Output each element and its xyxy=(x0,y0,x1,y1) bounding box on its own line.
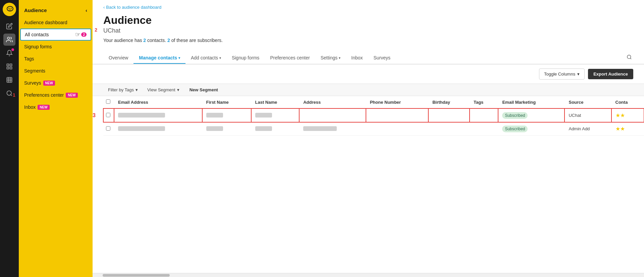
sidebar-item-preferences-center[interactable]: Preferences center New 1 xyxy=(19,89,93,101)
all-contacts-count-badge: 2 xyxy=(81,33,87,37)
contacts-table: Email Address First Name Last Name Addre… xyxy=(103,96,644,136)
svg-point-5 xyxy=(7,37,10,40)
svg-point-17 xyxy=(627,55,631,59)
page-header: Audience UChat Your audience has 2 conta… xyxy=(93,11,644,43)
row2-firstname-blurred xyxy=(206,126,223,131)
tab-surveys[interactable]: Surveys xyxy=(368,52,396,64)
back-chevron-icon: ‹ xyxy=(103,5,105,10)
row2-subscribed-badge: Subscribed xyxy=(502,126,528,132)
preferences-new-badge: New xyxy=(66,93,77,98)
back-to-dashboard-link[interactable]: ‹ Back to audience dashboard xyxy=(93,0,644,11)
inbox-new-badge: New xyxy=(38,105,49,110)
filter-tags-chevron-icon: ▾ xyxy=(136,87,138,92)
bell-badge xyxy=(11,48,14,51)
row2-star-rating: ★★ xyxy=(615,126,625,132)
row2-email xyxy=(114,122,202,136)
row1-firstname-blurred xyxy=(206,113,223,118)
row1-last-name xyxy=(251,108,300,122)
row2-email-blurred xyxy=(118,126,165,131)
sidebar-item-inbox[interactable]: Inbox New xyxy=(19,101,93,113)
filter-by-tags-button[interactable]: Filter by Tags ▾ xyxy=(103,84,143,96)
row2-source: Admin Add xyxy=(565,122,611,136)
tabs-bar: Overview Manage contacts ▾ Add contacts … xyxy=(93,46,644,64)
tab-overview[interactable]: Overview xyxy=(103,52,133,64)
sidebar-item-surveys[interactable]: Surveys New xyxy=(19,77,93,89)
add-contacts-chevron-icon: ▾ xyxy=(219,56,221,60)
annotation-1: 1 xyxy=(13,92,15,98)
svg-rect-10 xyxy=(7,78,12,83)
export-audience-button[interactable]: Export Audience xyxy=(588,69,633,79)
contacts-nav-icon[interactable] xyxy=(3,34,15,46)
sidebar-item-segments[interactable]: Segments xyxy=(19,65,93,77)
row1-lastname-blurred xyxy=(255,113,272,118)
svg-line-16 xyxy=(11,95,12,96)
select-all-checkbox-header[interactable] xyxy=(103,96,114,108)
horizontal-scrollbar[interactable] xyxy=(93,273,644,277)
select-all-checkbox[interactable] xyxy=(106,99,110,104)
toggle-cols-chevron-icon: ▾ xyxy=(577,72,580,77)
row1-birthday xyxy=(428,108,470,122)
col-conta: Conta xyxy=(611,96,644,108)
row1-email-blurred xyxy=(118,113,165,118)
row2-rating: ★★ xyxy=(611,122,644,136)
row1-checkbox[interactable] xyxy=(106,113,110,117)
row1-email xyxy=(114,108,202,122)
table-row[interactable]: 3 Subscribed xyxy=(103,108,644,122)
table-row[interactable]: Subscribed Admin Add ★★ xyxy=(103,122,644,136)
sidebar-section-title[interactable]: Audience ‹ xyxy=(19,4,93,16)
edit-nav-icon[interactable] xyxy=(3,20,15,32)
sidebar-item-signup-forms[interactable]: Signup forms xyxy=(19,41,93,53)
row1-marketing: Subscribed xyxy=(498,108,565,122)
row1-subscribed-badge: Subscribed xyxy=(502,112,528,119)
tab-manage-contacts[interactable]: Manage contacts ▾ xyxy=(133,52,185,64)
row1-checkbox-cell[interactable]: 3 xyxy=(103,108,114,122)
col-address: Address xyxy=(299,96,366,108)
svg-point-15 xyxy=(7,91,11,95)
audience-name: UChat xyxy=(103,27,633,34)
col-email-address: Email Address xyxy=(114,96,202,108)
view-segment-button[interactable]: View Segment ▾ xyxy=(143,84,184,96)
tab-preferences-center[interactable]: Preferences center xyxy=(265,52,315,64)
row2-tags xyxy=(470,122,498,136)
scroll-thumb[interactable] xyxy=(103,274,170,277)
tab-inbox[interactable]: Inbox xyxy=(346,52,368,64)
row2-marketing: Subscribed xyxy=(498,122,565,136)
bell-nav-icon[interactable] xyxy=(3,47,15,59)
svg-point-3 xyxy=(9,8,10,9)
filter-bar: Filter by Tags ▾ View Segment ▾ New Segm… xyxy=(93,84,644,96)
sidebar-item-audience-dashboard[interactable]: Audience dashboard xyxy=(19,16,93,29)
col-birthday: Birthday xyxy=(428,96,470,108)
search-tab-icon[interactable] xyxy=(625,52,633,64)
svg-rect-6 xyxy=(7,64,9,66)
row1-tags xyxy=(470,108,498,122)
icon-sidebar xyxy=(0,0,19,277)
new-segment-button[interactable]: New Segment xyxy=(184,84,223,96)
row1-source: UChat xyxy=(565,108,611,122)
stats-prefix: Your audience has xyxy=(103,38,143,43)
row2-phone xyxy=(366,122,428,136)
tab-signup-forms[interactable]: Signup forms xyxy=(226,52,265,64)
tab-settings[interactable]: Settings ▾ xyxy=(315,52,346,64)
row2-lastname-blurred xyxy=(255,126,272,131)
cursor-icon: ☞ xyxy=(75,31,80,38)
row2-checkbox[interactable] xyxy=(106,126,110,131)
contacts-table-container: Email Address First Name Last Name Addre… xyxy=(93,96,644,273)
sidebar-item-all-contacts[interactable]: All contacts 2 ☞ 2 xyxy=(20,29,91,41)
sidebar-item-tags[interactable]: Tags xyxy=(19,53,93,65)
tab-add-contacts[interactable]: Add contacts ▾ xyxy=(185,52,226,64)
segments-nav-icon[interactable] xyxy=(3,60,15,73)
col-email-marketing: Email Marketing xyxy=(498,96,565,108)
annotation-2: 2 xyxy=(95,27,97,33)
svg-line-18 xyxy=(630,58,631,59)
stats-suffix: of these are subscribers. xyxy=(170,38,223,43)
contacts-count: 2 xyxy=(143,38,146,43)
row2-last-name xyxy=(251,122,300,136)
subscribers-count: 2 xyxy=(167,38,170,43)
sidebar-chevron-icon: ‹ xyxy=(86,7,87,13)
row2-checkbox-cell[interactable] xyxy=(103,122,114,136)
mailchimp-logo[interactable] xyxy=(3,3,16,16)
toggle-columns-button[interactable]: Toggle Columns ▾ xyxy=(539,68,585,80)
grid-nav-icon[interactable] xyxy=(3,74,15,86)
nav-sidebar: Audience ‹ Audience dashboard All contac… xyxy=(19,0,93,277)
main-content: ‹ Back to audience dashboard Audience UC… xyxy=(93,0,644,277)
